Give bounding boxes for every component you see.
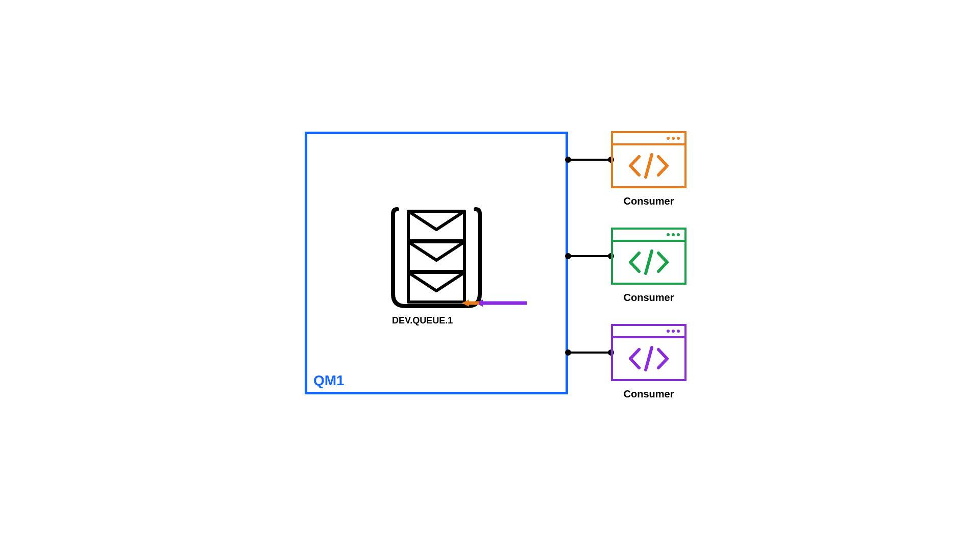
arrow-purple [476,299,527,307]
svg-line-27 [646,251,652,273]
queue-name-label: DEV.QUEUE.1 [392,315,453,326]
svg-line-33 [646,347,652,370]
svg-rect-22 [612,229,685,284]
arrow-orange [462,299,479,307]
svg-point-26 [677,233,680,236]
svg-marker-6 [462,299,469,307]
queue-manager-label: QM1 [313,372,345,389]
svg-point-30 [667,330,670,333]
svg-line-21 [646,155,652,177]
consumer-app-orange [611,131,687,188]
svg-point-19 [672,137,675,140]
svg-point-25 [672,233,675,236]
svg-point-24 [667,233,670,236]
svg-point-31 [672,330,675,333]
diagram-canvas: QM1 DEV.QUEUE.1 [0,0,980,551]
svg-point-18 [667,137,670,140]
consumer-app-green [611,228,687,285]
svg-rect-16 [612,132,685,187]
svg-rect-28 [612,325,685,380]
svg-point-20 [677,137,680,140]
svg-point-32 [677,330,680,333]
consumer-label-purple: Consumer [611,388,687,400]
consumer-label-green: Consumer [611,292,687,304]
consumer-label-orange: Consumer [611,195,687,207]
consumer-app-purple [611,324,687,381]
